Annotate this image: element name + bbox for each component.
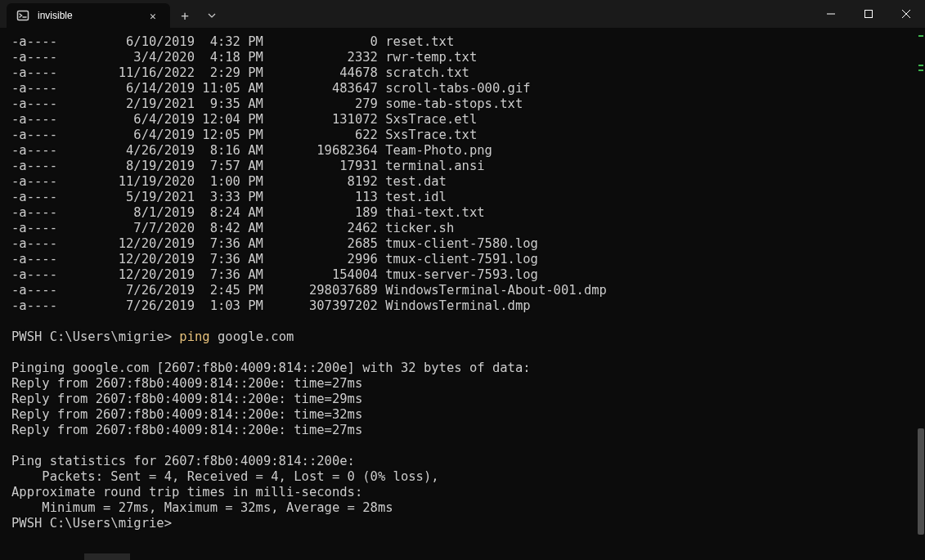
output-line: Minimum = 27ms, Maximum = 32ms, Average … xyxy=(11,500,914,516)
file-listing-row: -a---- 11/19/2020 1:00 PM 8192 test.dat xyxy=(11,174,914,190)
file-listing-row: -a---- 8/1/2019 8:24 AM 189 thai-text.tx… xyxy=(11,205,914,221)
file-listing-row: -a---- 6/10/2019 4:32 PM 0 reset.txt xyxy=(11,34,914,50)
output-line xyxy=(11,438,914,454)
file-listing-row: -a---- 7/7/2020 8:42 AM 2462 ticker.sh xyxy=(11,221,914,236)
new-tab-dropdown[interactable] xyxy=(200,3,224,28)
minimize-button[interactable] xyxy=(812,0,850,28)
file-listing-row: -a---- 12/20/2019 7:36 AM 2685 tmux-clie… xyxy=(11,236,914,252)
output-line: Packets: Sent = 4, Received = 4, Lost = … xyxy=(11,469,914,485)
file-listing-row: -a---- 11/16/2022 2:29 PM 44678 scratch.… xyxy=(11,65,914,81)
maximize-button[interactable] xyxy=(850,0,887,28)
output-line: Reply from 2607:f8b0:4009:814::200e: tim… xyxy=(11,376,914,392)
file-listing-row: -a---- 6/4/2019 12:05 PM 622 SxsTrace.tx… xyxy=(11,128,914,143)
scroll-mark xyxy=(918,65,923,66)
file-listing-row: -a---- 12/20/2019 7:36 AM 2996 tmux-clie… xyxy=(11,252,914,267)
terminal-viewport[interactable]: -a---- 6/10/2019 4:32 PM 0 reset.txt-a--… xyxy=(0,28,925,560)
taskbar-preview xyxy=(84,553,130,560)
file-listing-row: -a---- 2/19/2021 9:35 AM 279 some-tab-st… xyxy=(11,96,914,112)
new-tab-button[interactable]: + xyxy=(170,3,200,28)
blank-line xyxy=(11,314,914,329)
active-tab[interactable]: invisible ✕ xyxy=(7,3,170,28)
file-listing-row: -a---- 3/4/2020 4:18 PM 2332 rwr-temp.tx… xyxy=(11,50,914,65)
file-listing-row: -a---- 7/26/2019 1:03 PM 307397202 Windo… xyxy=(11,298,914,314)
output-line: Ping statistics for 2607:f8b0:4009:814::… xyxy=(11,454,914,469)
prompt-line: PWSH C:\Users\migrie> xyxy=(11,516,914,531)
output-line: Reply from 2607:f8b0:4009:814::200e: tim… xyxy=(11,423,914,438)
scroll-mark xyxy=(918,35,923,37)
close-button[interactable] xyxy=(887,0,925,28)
file-listing-row: -a---- 4/26/2019 8:16 AM 19682364 Team-P… xyxy=(11,143,914,159)
scrollbar-thumb[interactable] xyxy=(918,428,924,535)
file-listing-row: -a---- 12/20/2019 7:36 AM 154004 tmux-se… xyxy=(11,267,914,283)
svg-rect-2 xyxy=(865,11,873,18)
output-line xyxy=(11,345,914,361)
file-listing-row: -a---- 6/14/2019 11:05 AM 483647 scroll-… xyxy=(11,81,914,96)
scrollbar[interactable] xyxy=(917,28,925,552)
file-listing-row: -a---- 7/26/2019 2:45 PM 298037689 Windo… xyxy=(11,283,914,298)
output-line: Reply from 2607:f8b0:4009:814::200e: tim… xyxy=(11,392,914,407)
output-line: Pinging google.com [2607:f8b0:4009:814::… xyxy=(11,361,914,376)
file-listing-row: -a---- 8/19/2019 7:57 AM 17931 terminal.… xyxy=(11,159,914,174)
prompt-line: PWSH C:\Users\migrie> ping google.com xyxy=(11,329,914,345)
window-controls xyxy=(812,0,925,28)
output-line: Reply from 2607:f8b0:4009:814::200e: tim… xyxy=(11,407,914,423)
output-line: Approximate round trip times in milli-se… xyxy=(11,485,914,500)
scroll-mark xyxy=(918,69,923,71)
titlebar: invisible ✕ + xyxy=(0,0,925,28)
file-listing-row: -a---- 6/4/2019 12:04 PM 131072 SxsTrace… xyxy=(11,112,914,128)
svg-rect-0 xyxy=(18,11,29,20)
tab-close-button[interactable]: ✕ xyxy=(146,10,160,22)
file-listing-row: -a---- 5/19/2021 3:33 PM 113 test.idl xyxy=(11,190,914,205)
terminal-icon xyxy=(16,9,29,22)
tab-title: invisible xyxy=(38,10,137,21)
